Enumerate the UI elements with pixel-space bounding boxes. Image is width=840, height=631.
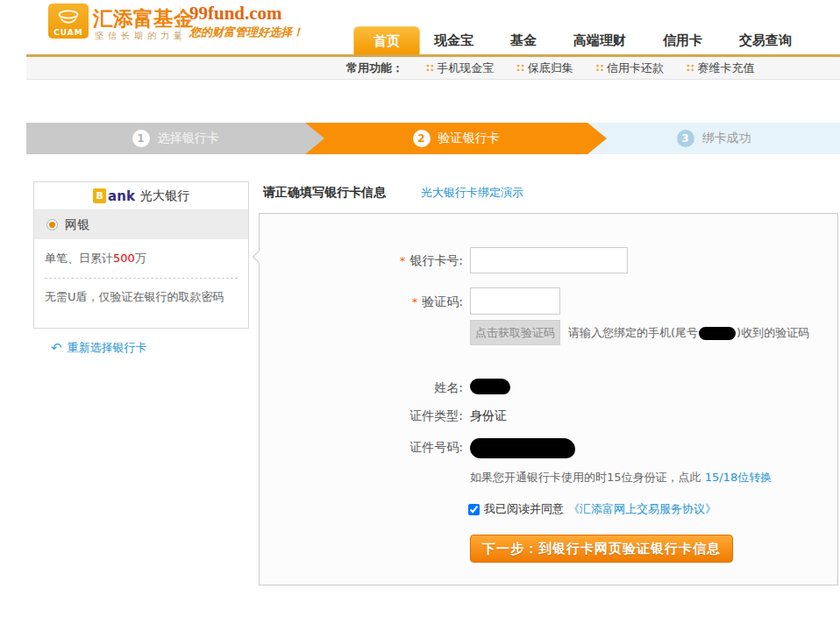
method-option-netbank[interactable]: 网银 bbox=[34, 210, 248, 239]
limit-info: 单笔、日累计500万 bbox=[34, 239, 248, 266]
logo-acronym: CUAM bbox=[53, 28, 83, 37]
nav-tab-home[interactable]: 首页 bbox=[353, 26, 420, 55]
quicklink-mobile-cashbao[interactable]: ∷ 手机现金宝 bbox=[426, 60, 494, 76]
redacted-phone-tail bbox=[699, 327, 736, 340]
step-number: 2 bbox=[413, 130, 431, 147]
step-2-verify-card: 2 验证银行卡 bbox=[305, 123, 607, 154]
quickbar-label: 常用功能： bbox=[346, 60, 403, 76]
verify-card-panel: *银行卡号: *验证码: 点击获取验证码 请输入您绑定的手机(尾号)收到的验证码… bbox=[259, 213, 838, 585]
required-asterisk: * bbox=[400, 254, 406, 267]
bank-header: B ank 光大银行 bbox=[34, 182, 248, 210]
redacted-name bbox=[470, 379, 510, 394]
step-label: 绑卡成功 bbox=[702, 131, 751, 146]
dots-arrow-icon: ∷ bbox=[426, 62, 433, 74]
quicklink-label: 信用卡还款 bbox=[607, 60, 664, 76]
quicklink-label: 赛维卡充值 bbox=[697, 60, 754, 76]
main-nav: 现金宝 基金 高端理财 信用卡 交易查询 bbox=[434, 26, 792, 55]
required-asterisk: * bbox=[412, 295, 418, 308]
back-arrow-icon: ↶ bbox=[51, 342, 62, 355]
step-number: 3 bbox=[677, 130, 694, 147]
quicklink-label: 保底归集 bbox=[528, 60, 573, 76]
quick-functions-bar: 常用功能： ∷ 手机现金宝 ∷ 保底归集 ∷ 信用卡还款 ∷ 赛维卡充值 bbox=[26, 57, 840, 80]
cup-icon bbox=[55, 9, 82, 28]
form-title: 请正确填写银行卡信息 bbox=[263, 185, 386, 201]
step-label: 验证银行卡 bbox=[438, 131, 500, 146]
header-divider bbox=[180, 7, 181, 42]
name-label: 姓名: bbox=[260, 380, 463, 396]
bank-sidebar: B ank 光大银行 网银 单笔、日累计500万 无需U盾，仅验证在银行的取款密… bbox=[33, 181, 249, 329]
card-number-input[interactable] bbox=[470, 247, 628, 273]
cuam-logo[interactable]: CUAM bbox=[48, 4, 89, 39]
sms-hint: 请输入您绑定的手机(尾号)收到的验证码 bbox=[568, 325, 809, 341]
get-code-button[interactable]: 点击获取验证码 bbox=[470, 320, 560, 345]
step-1-select-card: 1 选择银行卡 bbox=[26, 123, 324, 154]
id-convert-link[interactable]: 15/18位转换 bbox=[705, 471, 772, 484]
reselect-bank-link[interactable]: ↶ 重新选择银行卡 bbox=[51, 340, 147, 356]
nav-item-cashbao[interactable]: 现金宝 bbox=[434, 32, 473, 49]
nav-item-funds[interactable]: 基金 bbox=[510, 32, 537, 49]
quicklink-label: 手机现金宝 bbox=[437, 60, 494, 76]
agreement-link[interactable]: 《汇添富网上交易服务协议》 bbox=[568, 501, 716, 517]
reselect-label: 重新选择银行卡 bbox=[68, 340, 147, 356]
agreement-row: 我已阅读并同意 《汇添富网上交易服务协议》 bbox=[468, 501, 716, 517]
id-convert-note: 如果您开通银行卡使用的时15位身份证，点此 15/18位转换 bbox=[470, 470, 772, 486]
quicklink-saiwei-recharge[interactable]: ∷ 赛维卡充值 bbox=[687, 60, 754, 76]
site-domain: 99fund.com bbox=[189, 3, 282, 25]
step-label: 选择银行卡 bbox=[158, 131, 219, 146]
quicklink-credit-repay[interactable]: ∷ 信用卡还款 bbox=[596, 60, 664, 76]
agree-text: 我已阅读并同意 bbox=[484, 501, 564, 517]
page: CUAM 汇添富基金 坚信长期的力量 99fund.com 您的财富管理好选择！… bbox=[0, 0, 840, 631]
next-step-submit-button[interactable]: 下一步：到银行卡网页验证银行卡信息 bbox=[470, 535, 733, 563]
card-number-label: *银行卡号: bbox=[260, 253, 463, 269]
everbright-bank-logo-icon: B bbox=[93, 188, 106, 203]
quicklink-floor-collection[interactable]: ∷ 保底归集 bbox=[516, 60, 573, 76]
limit-value: 500 bbox=[113, 252, 135, 265]
agreement-checkbox[interactable] bbox=[468, 504, 480, 515]
nav-item-premium[interactable]: 高端理财 bbox=[573, 32, 626, 49]
steps-indicator: 1 选择银行卡 2 验证银行卡 3 绑卡成功 bbox=[26, 123, 840, 154]
brand-title: 汇添富基金 bbox=[93, 5, 194, 32]
radio-selected-icon[interactable] bbox=[46, 219, 58, 230]
form-title-row: 请正确填写银行卡信息 光大银行卡绑定演示 bbox=[263, 185, 523, 201]
dots-arrow-icon: ∷ bbox=[516, 62, 523, 74]
nav-item-creditcard[interactable]: 信用卡 bbox=[663, 32, 702, 49]
captcha-label: *验证码: bbox=[260, 294, 463, 310]
step-3-bind-success: 3 绑卡成功 bbox=[587, 123, 840, 154]
bind-demo-link[interactable]: 光大银行卡绑定演示 bbox=[421, 185, 523, 201]
id-number-label: 证件号码: bbox=[260, 440, 463, 456]
step-number: 1 bbox=[132, 130, 150, 147]
bank-name: 光大银行 bbox=[140, 188, 189, 204]
site-tagline: 您的财富管理好选择！ bbox=[189, 25, 303, 40]
id-type-label: 证件类型: bbox=[260, 408, 463, 424]
dots-arrow-icon: ∷ bbox=[687, 62, 694, 74]
dots-arrow-icon: ∷ bbox=[596, 62, 603, 74]
id-type-value: 身份证 bbox=[470, 408, 507, 424]
method-label: 网银 bbox=[65, 217, 89, 233]
captcha-input[interactable] bbox=[470, 287, 560, 315]
redacted-id-number bbox=[470, 438, 575, 458]
nav-item-transactions[interactable]: 交易查询 bbox=[739, 32, 792, 49]
brand-slogan: 坚信长期的力量 bbox=[95, 30, 187, 42]
sidebar-note: 无需U盾，仅验证在银行的取款密码 bbox=[34, 279, 248, 305]
bank-logo-text: ank bbox=[108, 188, 135, 204]
